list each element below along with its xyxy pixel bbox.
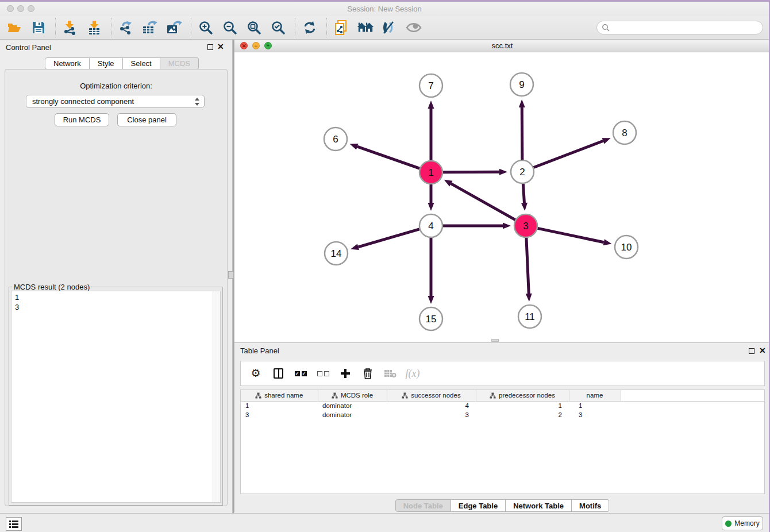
column-header-successor-nodes[interactable]: successor nodes — [387, 390, 476, 401]
delete-table-icon[interactable] — [383, 367, 397, 380]
graph-node-label: 7 — [428, 80, 433, 91]
tab-style[interactable]: Style — [90, 57, 123, 70]
column-header-predecessor-nodes[interactable]: predecessor nodes — [476, 390, 569, 401]
tab-node-table[interactable]: Node Table — [395, 499, 451, 512]
add-column-icon[interactable] — [338, 367, 352, 380]
list-icon — [9, 519, 19, 529]
table-row[interactable]: 1dominator411 — [241, 401, 764, 410]
zoom-selected-icon[interactable] — [270, 19, 287, 36]
table-cell[interactable]: 3 — [241, 410, 318, 419]
graph-node-label: 1 — [428, 167, 433, 178]
table-row[interactable]: 3dominator323 — [241, 410, 764, 419]
edge-arrowhead — [428, 203, 434, 211]
tab-motifs[interactable]: Motifs — [572, 499, 609, 512]
tab-edge-table[interactable]: Edge Table — [451, 499, 506, 512]
import-network-icon[interactable] — [61, 19, 79, 36]
window-titlebar: Session: New Session — [0, 2, 769, 16]
refresh-view-icon[interactable] — [301, 19, 318, 36]
graph-edge[interactable] — [526, 238, 529, 294]
task-history-button[interactable] — [6, 517, 22, 531]
column-header-name[interactable]: name — [569, 390, 621, 401]
graph-edge[interactable] — [538, 228, 604, 242]
header-filler — [621, 390, 764, 401]
save-session-icon[interactable] — [30, 19, 47, 36]
memory-button[interactable]: Memory — [722, 516, 763, 530]
graph-node-label: 9 — [519, 79, 524, 90]
export-table-icon[interactable] — [141, 19, 159, 36]
control-panel-title: Control Panel — [6, 43, 51, 52]
close-panel-button[interactable]: Close panel — [117, 113, 176, 126]
function-builder-icon[interactable]: f(x) — [406, 367, 419, 380]
graph-edge[interactable] — [523, 184, 524, 203]
home-view-icon[interactable] — [357, 19, 374, 36]
toolbar-separator — [55, 18, 56, 37]
table-cell[interactable]: 2 — [476, 410, 569, 419]
float-table-panel-icon[interactable] — [749, 348, 754, 354]
deselect-all-columns-icon[interactable] — [316, 367, 330, 380]
export-network-icon[interactable] — [117, 19, 134, 36]
graph-node-label: 15 — [426, 314, 437, 325]
hide-panels-icon[interactable] — [381, 19, 398, 36]
table-toolbar: ⚙ ✓✓ f(x) — [240, 361, 765, 386]
table-cell[interactable]: 4 — [387, 401, 476, 410]
network-window-title: scc.txt — [234, 41, 770, 50]
column-header-mcds-role[interactable]: MCDS role — [318, 390, 387, 401]
horizontal-splitter-grip[interactable] — [491, 339, 499, 342]
table-cell[interactable]: 1 — [476, 401, 569, 410]
vertical-splitter-grip[interactable] — [228, 271, 234, 279]
hierarchy-icon — [490, 392, 496, 399]
graph-edge[interactable] — [443, 172, 499, 172]
open-session-icon[interactable] — [6, 19, 23, 36]
result-line: 1 — [15, 292, 217, 302]
zoom-fit-icon[interactable] — [245, 19, 263, 36]
tab-select[interactable]: Select — [123, 57, 160, 70]
table-cell[interactable]: 1 — [569, 401, 621, 410]
table-cell[interactable]: 1 — [241, 401, 318, 410]
search-input[interactable] — [613, 24, 758, 32]
zoom-in-icon[interactable] — [197, 19, 214, 36]
select-all-columns-icon[interactable]: ✓✓ — [294, 367, 307, 380]
row-filler — [621, 401, 764, 410]
table-cell[interactable]: dominator — [318, 401, 387, 410]
split-panel-icon[interactable] — [271, 367, 285, 380]
tab-network[interactable]: Network — [45, 57, 90, 70]
close-panel-icon[interactable]: ✕ — [217, 43, 224, 51]
settings-icon[interactable]: ⚙ — [249, 367, 263, 380]
graph-edge[interactable] — [451, 184, 515, 220]
mcds-result-group: MCDS result (2 nodes) 1 3 — [9, 287, 223, 506]
float-panel-icon[interactable] — [207, 44, 213, 50]
close-table-panel-icon[interactable]: ✕ — [759, 346, 766, 354]
memory-label: Memory — [734, 519, 759, 527]
table-panel-title: Table Panel — [240, 346, 279, 355]
graph-edge[interactable] — [357, 147, 419, 168]
zoom-out-icon[interactable] — [221, 19, 238, 36]
graph-edge[interactable] — [522, 107, 522, 160]
table-cell[interactable]: dominator — [318, 410, 387, 419]
table-cell[interactable]: 3 — [569, 410, 621, 419]
edge-arrowhead — [602, 138, 611, 144]
toolbar-separator — [191, 18, 191, 37]
mcds-result-list[interactable]: 1 3 — [11, 291, 221, 503]
edge-arrowhead — [603, 239, 612, 245]
export-image-icon[interactable] — [165, 19, 183, 36]
table-panel: Table Panel ✕ ⚙ ✓✓ f(x) — [234, 342, 770, 512]
run-mcds-button[interactable]: Run MCDS — [55, 113, 109, 126]
first-neighbors-icon[interactable] — [333, 19, 350, 36]
tab-network-table[interactable]: Network Table — [506, 499, 572, 512]
optimization-criterion-select[interactable]: strongly connected component — [26, 95, 205, 108]
network-graph[interactable]: 1234678910111415 — [234, 52, 770, 342]
table-cell[interactable]: 3 — [387, 410, 476, 419]
result-scrollbar[interactable] — [213, 291, 220, 502]
import-table-icon[interactable] — [86, 19, 103, 36]
column-header-shared-name[interactable]: shared name — [241, 390, 318, 401]
graph-edge[interactable] — [534, 141, 603, 167]
network-canvas[interactable]: 1234678910111415 — [234, 52, 770, 342]
show-panels-icon[interactable] — [405, 19, 422, 36]
graph-edge[interactable] — [358, 229, 419, 247]
edge-arrowhead — [519, 99, 525, 107]
tab-mcds[interactable]: MCDS — [160, 57, 199, 70]
graph-node-label: 11 — [525, 311, 535, 322]
toolbar-separator — [326, 18, 327, 37]
search-field[interactable] — [596, 21, 763, 34]
delete-column-icon[interactable] — [361, 367, 375, 380]
